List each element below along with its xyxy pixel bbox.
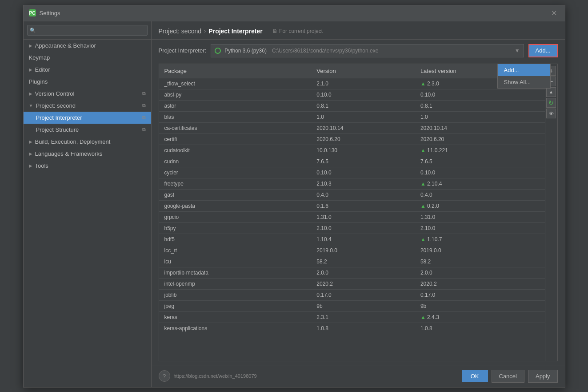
table-row[interactable]: certifi2020.6.202020.6.20	[159, 133, 545, 145]
table-row[interactable]: google-pasta0.1.6▲ 0.2.0	[159, 200, 545, 211]
col-package: Package	[159, 64, 312, 78]
table-row[interactable]: freetype2.10.3▲ 2.10.4	[159, 178, 545, 189]
package-latest: ▲ 11.0.221	[415, 145, 545, 156]
package-name: keras	[159, 311, 312, 323]
sidebar-nav: ▶Appearance & BehaviorKeymap▶EditorPlugi…	[24, 40, 151, 172]
arrow-icon: ▶	[29, 91, 32, 96]
package-version: 0.10.0	[311, 167, 415, 178]
sidebar-item-project--second[interactable]: ▼Project: second⧉	[24, 100, 151, 112]
sidebar-item-build--execution--deployment[interactable]: ▶Build, Execution, Deployment	[24, 136, 151, 148]
package-name: _tflow_select	[159, 78, 312, 89]
table-row[interactable]: blas1.01.0	[159, 111, 545, 122]
add-button[interactable]: Add...	[528, 44, 558, 57]
sidebar-item-label: Version Control	[35, 90, 75, 97]
package-name: astor	[159, 100, 312, 111]
sidebar-item-label: Plugins	[29, 78, 48, 85]
package-version: 0.4.0	[311, 189, 415, 200]
eye-button[interactable]: 👁	[546, 109, 556, 118]
table-row[interactable]: joblib0.17.00.17.0	[159, 289, 545, 300]
close-button[interactable]: ✕	[548, 8, 560, 18]
table-row[interactable]: keras-applications1.0.81.0.8	[159, 323, 545, 334]
for-project-icon: 🗎	[272, 28, 278, 34]
copy-icon: ⧉	[142, 103, 146, 109]
add-dropdown-container: Add... Add... Show All...	[528, 44, 558, 57]
package-version: 2.10.3	[311, 178, 415, 189]
interpreter-dropdown[interactable]: Python 3.6 (py36) C:\Users\86181\conda\e…	[211, 44, 524, 57]
table-row[interactable]: cudnn7.6.57.6.5	[159, 156, 545, 167]
interpreter-label: Project Interpreter:	[159, 47, 207, 54]
package-version: 1.31.0	[311, 211, 415, 222]
package-table-container: Package Version Latest version _tflow_se…	[159, 64, 558, 361]
apply-button[interactable]: Apply	[528, 370, 558, 383]
packages-table-element: Package Version Latest version _tflow_se…	[159, 64, 545, 334]
package-version: 10.0.130	[311, 145, 415, 156]
add-dropdown-menu: Add... Show All...	[497, 64, 551, 89]
copy-icon: ⧉	[142, 127, 146, 133]
table-row[interactable]: icc_rt2019.0.02019.0.0	[159, 245, 545, 256]
scroll-up-button[interactable]: ▲	[546, 87, 556, 97]
package-name: blas	[159, 111, 312, 122]
package-latest: 2020.2	[415, 278, 545, 289]
col-version: Version	[311, 64, 415, 78]
table-row[interactable]: astor0.8.10.8.1	[159, 100, 545, 111]
settings-dialog: PC Settings ✕ 🔍 ▶Appearance & BehaviorKe…	[23, 5, 565, 388]
sidebar-item-languages---frameworks[interactable]: ▶Languages & Frameworks	[24, 148, 151, 160]
sidebar-item-project-interpreter[interactable]: Project Interpreter⧉	[24, 112, 151, 124]
table-row[interactable]: absl-py0.10.00.10.0	[159, 89, 545, 100]
cancel-button[interactable]: Cancel	[492, 370, 524, 383]
package-version: 9b	[311, 300, 415, 311]
package-name: importlib-metadata	[159, 267, 312, 278]
package-latest: 0.8.1	[415, 100, 545, 111]
package-version: 2.0.0	[311, 267, 415, 278]
package-version: 0.1.6	[311, 200, 415, 211]
table-row[interactable]: cycler0.10.00.10.0	[159, 167, 545, 178]
table-row[interactable]: gast0.4.00.4.0	[159, 189, 545, 200]
package-version: 2020.2	[311, 278, 415, 289]
table-row[interactable]: jpeg9b9b	[159, 300, 545, 311]
ok-button[interactable]: OK	[462, 370, 488, 382]
sidebar-item-project-structure[interactable]: Project Structure⧉	[24, 124, 151, 136]
package-latest: 0.10.0	[415, 89, 545, 100]
sidebar-item-tools[interactable]: ▶Tools	[24, 160, 151, 172]
package-latest: 7.6.5	[415, 156, 545, 167]
package-latest: 2019.0.0	[415, 245, 545, 256]
table-row[interactable]: intel-openmp2020.22020.2	[159, 278, 545, 289]
table-header: Package Version Latest version	[159, 64, 545, 78]
sidebar-item-keymap[interactable]: Keymap	[24, 52, 151, 64]
package-latest: ▲ 2.10.4	[415, 178, 545, 189]
package-latest: 2.0.0	[415, 267, 545, 278]
table-row[interactable]: keras2.3.1▲ 2.4.3	[159, 311, 545, 323]
add-menu-item[interactable]: Add...	[498, 64, 550, 76]
sidebar-item-appearance---behavior[interactable]: ▶Appearance & Behavior	[24, 40, 151, 52]
breadcrumb: Project: second › Project Interpreter 🗎 …	[152, 21, 565, 40]
search-input[interactable]	[27, 25, 148, 36]
table-row[interactable]: importlib-metadata2.0.02.0.0	[159, 267, 545, 278]
package-name: hdf5	[159, 234, 312, 245]
sidebar-item-label: Build, Execution, Deployment	[35, 138, 111, 145]
table-row[interactable]: h5py2.10.02.10.0	[159, 222, 545, 234]
sidebar-item-plugins[interactable]: Plugins	[24, 76, 151, 88]
help-button[interactable]: ?	[159, 370, 170, 382]
package-name: icu	[159, 256, 312, 267]
package-name: absl-py	[159, 89, 312, 100]
package-name: ca-certificates	[159, 122, 312, 133]
package-latest: ▲ 1.10.7	[415, 234, 545, 245]
refresh-button[interactable]: ↻	[546, 98, 556, 108]
show-all-menu-item[interactable]: Show All...	[498, 76, 550, 88]
table-row[interactable]: ca-certificates2020.10.142020.10.14	[159, 122, 545, 133]
arrow-icon: ▼	[29, 103, 33, 108]
interpreter-row: Project Interpreter: Python 3.6 (py36) C…	[152, 40, 565, 62]
package-latest: 0.4.0	[415, 189, 545, 200]
search-box: 🔍	[24, 21, 151, 40]
sidebar-item-editor[interactable]: ▶Editor	[24, 64, 151, 76]
package-name: cudnn	[159, 156, 312, 167]
table-row[interactable]: cudatoolkit10.0.130▲ 11.0.221	[159, 145, 545, 156]
sidebar-item-version-control[interactable]: ▶Version Control⧉	[24, 88, 151, 100]
package-version: 7.6.5	[311, 156, 415, 167]
table-row[interactable]: grpcio1.31.01.31.0	[159, 211, 545, 222]
table-row[interactable]: hdf51.10.4▲ 1.10.7	[159, 234, 545, 245]
package-table[interactable]: Package Version Latest version _tflow_se…	[159, 64, 545, 361]
breadcrumb-project: Project: second	[159, 28, 202, 35]
table-row[interactable]: icu58.258.2	[159, 256, 545, 267]
table-row[interactable]: _tflow_select2.1.0▲ 2.3.0	[159, 78, 545, 89]
